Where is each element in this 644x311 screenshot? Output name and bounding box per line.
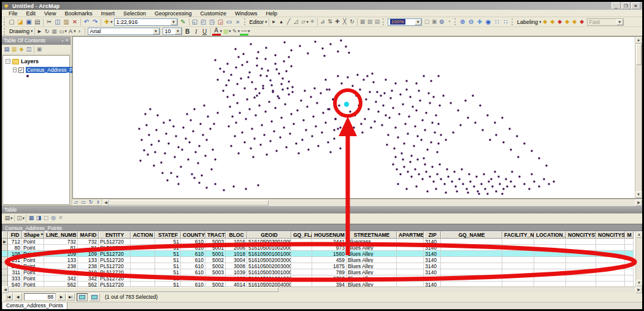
catalog-window-button[interactable]: ◰ [199,18,208,26]
next-record-button[interactable]: ▶ [57,293,66,301]
menu-help[interactable]: Help [262,10,282,17]
column-header[interactable]: LOCATION_ [534,231,566,239]
column-header[interactable]: NONCITYS_ [596,231,625,239]
menu-insert[interactable]: Insert [96,10,119,17]
attributes-button[interactable]: ▧ [366,18,374,26]
column-header[interactable]: M [625,231,634,239]
edit-annotation-tool-button[interactable]: ▴ [278,18,285,26]
open-button[interactable]: ◪ [16,18,25,26]
drawing-menu[interactable]: Drawing [7,28,31,34]
map-canvas[interactable] [73,37,635,198]
bold-button[interactable]: B [183,28,192,36]
layers-node[interactable]: − Layers [6,58,69,65]
label-tool-3[interactable]: ◆ [556,18,564,26]
previous-record-button[interactable]: ◀ [13,293,22,301]
menu-view[interactable]: View [40,10,60,17]
refresh-view-button[interactable]: ↻ [87,199,94,205]
column-header[interactable]: STREETNAME [347,231,397,239]
layout-view-button[interactable]: ▭ [80,199,87,205]
scroll-down-icon[interactable]: ▼ [636,280,643,286]
close-button[interactable]: ✕ [631,2,640,9]
column-header[interactable]: FID [8,231,22,239]
layout-tool-button-1[interactable]: ▢ [423,18,431,26]
column-header[interactable]: TRACT [205,231,226,239]
table-row[interactable]: 333Point342342PL512720516105001102351610… [2,275,635,282]
underline-button[interactable]: U [201,28,209,36]
table-row[interactable]: 131Point133133PL512720516105002300451610… [2,257,635,263]
table-row[interactable]: 540Point562562PL512720516105002401451610… [2,282,635,286]
column-header[interactable]: STATEF [155,231,181,239]
list-by-visibility-button[interactable]: ◈ [18,45,25,53]
save-button[interactable]: ▣ [25,18,33,26]
paste-button[interactable]: ▥ [62,18,71,26]
fixed-zoom-out-button[interactable]: ∷ [501,18,510,26]
scroll-up-icon[interactable]: ▲ [636,231,643,238]
toolbar-grip[interactable] [454,18,457,25]
zoom-in-button[interactable]: ⊕ [458,18,467,26]
column-header[interactable]: COUNTYF [181,231,205,239]
split-tool-button[interactable]: ╳ [341,18,348,26]
edit-tool-button[interactable]: ▸ [270,18,278,26]
column-header[interactable]: GQ_NAME [441,231,502,239]
point-symbol-swatch[interactable] [26,75,29,77]
toc-window-button[interactable]: ◱ [191,18,199,26]
labeling-menu[interactable]: Labeling [515,19,540,25]
list-by-selection-button[interactable]: ◫ [25,45,33,53]
first-record-button[interactable]: |◀ [4,293,13,301]
cut-button[interactable]: ✂ [45,18,53,26]
pin-icon[interactable]: ▪ [62,39,63,43]
layer-node-census-address-points[interactable]: − ✓ Census_Address_Points [13,66,69,74]
column-header[interactable]: HOUSENUM [312,231,347,239]
column-header[interactable]: ENTITY [99,231,131,239]
column-header[interactable]: GEOID [247,231,291,239]
minimize-button[interactable]: _ [611,2,621,9]
rotate-element-button[interactable]: ↻ [44,28,51,36]
column-header[interactable]: APARTME [397,231,424,239]
data-view-button[interactable]: ▱ [72,199,80,205]
menu-selection[interactable]: Selection [119,10,150,17]
list-by-drawing-order-button[interactable]: ▤ [3,45,10,53]
menu-windows[interactable]: Windows [231,10,262,17]
map-scale-combo[interactable]: 1:22,916 ▼ [114,18,178,26]
zoom-level-combo[interactable]: 100% ▼ [388,18,422,26]
print-button[interactable]: ▤ [33,18,42,26]
callout-tool-button[interactable]: ◗ [76,28,83,36]
search-window-button[interactable]: ◳ [208,18,217,26]
zoom-to-selected-button[interactable]: ◎ [50,214,57,222]
font-size-combo[interactable]: 10 ▼ [163,28,182,35]
column-header[interactable]: FACILITY_N [502,231,534,239]
column-header[interactable]: ZIP [424,231,441,239]
rotate-tool-button[interactable]: ↻ [348,18,356,26]
cut-polygons-button[interactable]: ✚ [334,18,341,26]
scroll-left-icon[interactable]: ◀ [102,199,109,206]
create-features-button[interactable]: ▦ [359,18,366,26]
column-header[interactable]: GQ_FLA [291,231,312,239]
selected-map-point[interactable] [344,102,349,107]
table-horizontal-scrollbar[interactable]: ◀ ▶ [2,286,642,293]
toolbar-grip[interactable] [244,18,247,25]
column-header[interactable]: BLOC [226,231,247,239]
collapse-icon[interactable]: − [6,59,10,64]
label-tool-5[interactable]: ◆ [571,18,578,26]
table-vertical-scrollbar[interactable]: ▲ ▼ [635,231,642,286]
map-horizontal-scrollbar[interactable]: ◀ ▶ [102,199,642,206]
table-row[interactable]: 108Point109109PL512720516105001101851610… [2,251,635,257]
label-tool-4[interactable]: ◆ [564,18,571,26]
fixed-zoom-in-button[interactable]: ∷ [493,18,501,26]
toolbar-grip[interactable] [383,18,385,25]
restore-button[interactable]: ❐ [621,2,631,9]
map-vertical-scrollbar[interactable]: ▲ ▼ [635,37,642,198]
layer-visibility-checkbox[interactable]: ✓ [18,67,24,73]
current-record-input[interactable]: 88 [24,293,56,301]
show-selected-records-button[interactable] [89,293,100,301]
line-color-button[interactable]: — [240,28,248,36]
layout-tool-button-4[interactable]: ◔ [445,18,453,26]
model-builder-button[interactable]: ▭ [225,18,234,26]
straight-segment-button[interactable]: ╱ [285,18,293,26]
zoom-level-dropdown-icon[interactable]: ▼ [415,19,421,25]
font-family-dropdown-icon[interactable]: ▼ [153,28,159,34]
column-header[interactable]: Shape * [22,231,44,239]
show-all-records-button[interactable] [77,293,88,301]
delete-button[interactable]: ✕ [71,18,79,26]
toolbar-grip[interactable] [512,18,514,25]
